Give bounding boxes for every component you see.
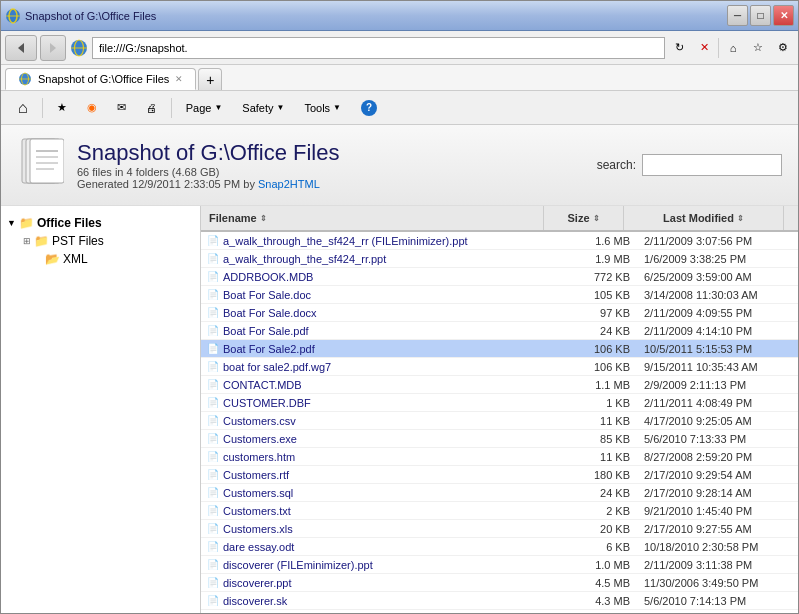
favorites-button[interactable]: ☆ — [747, 37, 769, 59]
file-row[interactable]: 📄boat for sale2.pdf.wg7106 KB9/15/2011 1… — [201, 358, 798, 376]
file-name-cell: 📄Boat For Sale.doc — [201, 289, 558, 301]
feeds-button[interactable]: ◉ — [78, 95, 106, 121]
active-tab[interactable]: Snapshot of G:\Office Files ✕ — [5, 68, 196, 90]
file-modified-cell: 2/11/2011 4:08:49 PM — [638, 397, 798, 409]
home-toolbar-button[interactable]: ⌂ — [9, 95, 37, 121]
browser-window: Snapshot of G:\Office Files ─ □ ✕ ↻ ✕ ⌂ … — [0, 0, 799, 614]
file-row[interactable]: 📄EdublogsA3WPManual053106.docx642 KB2/11… — [201, 610, 798, 613]
forward-button[interactable] — [40, 35, 66, 61]
stop-button[interactable]: ✕ — [693, 37, 715, 59]
file-icon: 📄 — [207, 235, 219, 246]
refresh-button[interactable]: ↻ — [668, 37, 690, 59]
file-name-cell: 📄discoverer.ppt — [201, 577, 558, 589]
snap2html-link[interactable]: Snap2HTML — [258, 178, 320, 190]
file-row[interactable]: 📄customers.htm11 KB8/27/2008 2:59:20 PM — [201, 448, 798, 466]
minimize-button[interactable]: ─ — [727, 5, 748, 26]
file-name-cell: 📄CUSTOMER.DBF — [201, 397, 558, 409]
file-size-cell: 97 KB — [558, 307, 638, 319]
file-row[interactable]: 📄a_walk_through_the_sf424_rr (FILEminimi… — [201, 232, 798, 250]
size-column-header[interactable]: Size ⇕ — [544, 206, 624, 230]
title-bar: Snapshot of G:\Office Files ─ □ ✕ — [1, 1, 798, 31]
file-row[interactable]: 📄Customers.sql24 KB2/17/2010 9:28:14 AM — [201, 484, 798, 502]
close-button[interactable]: ✕ — [773, 5, 794, 26]
back-button[interactable] — [5, 35, 37, 61]
title-bar-title: Snapshot of G:\Office Files — [25, 10, 156, 22]
tools-chevron-icon: ▼ — [333, 103, 341, 112]
tree-item-xml[interactable]: 📂 XML — [21, 250, 196, 268]
file-name-cell: 📄Customers.rtf — [201, 469, 558, 481]
file-name: a_walk_through_the_sf424_rr (FILEminimiz… — [223, 235, 468, 247]
modified-column-header[interactable]: Last Modified ⇕ — [624, 206, 784, 230]
file-name-cell: 📄boat for sale2.pdf.wg7 — [201, 361, 558, 373]
file-row[interactable]: 📄ADDRBOOK.MDB772 KB6/25/2009 3:59:00 AM — [201, 268, 798, 286]
file-row[interactable]: 📄discoverer.sk4.3 MB5/6/2010 7:14:13 PM — [201, 592, 798, 610]
new-tab-button[interactable]: + — [198, 68, 222, 90]
title-bar-left: Snapshot of G:\Office Files — [5, 8, 156, 24]
file-name: EdublogsA3WPManual053106.docx — [223, 613, 399, 614]
file-name-cell: 📄customers.htm — [201, 451, 558, 463]
filename-column-header[interactable]: Filename ⇕ — [201, 206, 544, 230]
file-size-cell: 105 KB — [558, 289, 638, 301]
file-name: Boat For Sale.docx — [223, 307, 317, 319]
file-icon: 📄 — [207, 505, 219, 516]
file-row[interactable]: 📄Boat For Sale.doc105 KB3/14/2008 11:30:… — [201, 286, 798, 304]
file-icon: 📄 — [207, 595, 219, 606]
tree-root[interactable]: ▼ 📁 Office Files — [5, 214, 196, 232]
file-row[interactable]: 📄CONTACT.MDB1.1 MB2/9/2009 2:11:13 PM — [201, 376, 798, 394]
search-input[interactable] — [642, 154, 782, 176]
file-modified-cell: 2/11/2009 3:11:38 PM — [638, 559, 798, 571]
file-row[interactable]: 📄a_walk_through_the_sf424_rr.ppt1.9 MB1/… — [201, 250, 798, 268]
address-input[interactable] — [92, 37, 665, 59]
file-size-cell: 6 KB — [558, 541, 638, 553]
filename-header-label: Filename — [209, 212, 257, 224]
search-area: search: — [597, 154, 782, 176]
file-rows: 📄a_walk_through_the_sf424_rr (FILEminimi… — [201, 232, 798, 613]
help-icon: ? — [361, 100, 377, 116]
file-modified-cell: 2/9/2009 2:11:13 PM — [638, 379, 798, 391]
file-icon: 📄 — [207, 559, 219, 570]
file-modified-cell: 5/6/2010 7:14:13 PM — [638, 595, 798, 607]
page-menu-button[interactable]: Page ▼ — [177, 95, 232, 121]
help-button[interactable]: ? — [352, 95, 386, 121]
tab-close-button[interactable]: ✕ — [175, 74, 183, 84]
tree-root-expand-icon: ▼ — [7, 218, 16, 228]
tree-children: ⊞ 📁 PST Files 📂 XML — [5, 232, 196, 268]
file-row[interactable]: 📄discoverer (FILEminimizer).ppt1.0 MB2/1… — [201, 556, 798, 574]
file-row[interactable]: 📄CUSTOMER.DBF1 KB2/11/2011 4:08:49 PM — [201, 394, 798, 412]
file-row[interactable]: 📄Customers.csv11 KB4/17/2010 9:25:05 AM — [201, 412, 798, 430]
tree-item-pst[interactable]: ⊞ 📁 PST Files — [21, 232, 196, 250]
file-row[interactable]: 📄Boat For Sale.docx97 KB2/11/2009 4:09:5… — [201, 304, 798, 322]
file-name: CUSTOMER.DBF — [223, 397, 311, 409]
file-row[interactable]: 📄Customers.rtf180 KB2/17/2010 9:29:54 AM — [201, 466, 798, 484]
file-row[interactable]: 📄discoverer.ppt4.5 MB11/30/2006 3:49:50 … — [201, 574, 798, 592]
file-row[interactable]: 📄Boat For Sale2.pdf106 KB10/5/2011 5:15:… — [201, 340, 798, 358]
file-row[interactable]: 📄Customers.txt2 KB9/21/2010 1:45:40 PM — [201, 502, 798, 520]
mail-button[interactable]: ✉ — [108, 95, 135, 121]
file-name-cell: 📄discoverer.sk — [201, 595, 558, 607]
file-size-cell: 1.6 MB — [558, 235, 638, 247]
file-name: discoverer.sk — [223, 595, 287, 607]
tree-root-label: Office Files — [37, 216, 102, 230]
file-icon: 📄 — [207, 469, 219, 480]
file-modified-cell: 9/15/2011 10:35:43 AM — [638, 361, 798, 373]
file-row[interactable]: 📄Customers.xls20 KB2/17/2010 9:27:55 AM — [201, 520, 798, 538]
safety-chevron-icon: ▼ — [276, 103, 284, 112]
home-button[interactable]: ⌂ — [722, 37, 744, 59]
file-row[interactable]: 📄dare essay.odt6 KB10/18/2010 2:30:58 PM — [201, 538, 798, 556]
file-row[interactable]: 📄Boat For Sale.pdf24 KB2/11/2009 4:14:10… — [201, 322, 798, 340]
file-modified-cell: 1/6/2009 3:38:25 PM — [638, 253, 798, 265]
maximize-button[interactable]: □ — [750, 5, 771, 26]
print-button[interactable]: 🖨 — [137, 95, 166, 121]
file-name: Boat For Sale.pdf — [223, 325, 309, 337]
file-modified-cell: 8/27/2008 2:59:20 PM — [638, 451, 798, 463]
file-size-cell: 180 KB — [558, 469, 638, 481]
pst-expand-icon: ⊞ — [23, 236, 31, 246]
file-modified-cell: 2/11/2009 3:07:56 PM — [638, 235, 798, 247]
file-name-cell: 📄EdublogsA3WPManual053106.docx — [201, 613, 558, 614]
safety-menu-button[interactable]: Safety ▼ — [233, 95, 293, 121]
file-row[interactable]: 📄Customers.exe85 KB5/6/2010 7:13:33 PM — [201, 430, 798, 448]
tools-menu-button[interactable]: Tools ▼ — [295, 95, 350, 121]
file-name: Customers.txt — [223, 505, 291, 517]
tools-button[interactable]: ⚙ — [772, 37, 794, 59]
favorites-icon-button[interactable]: ★ — [48, 95, 76, 121]
